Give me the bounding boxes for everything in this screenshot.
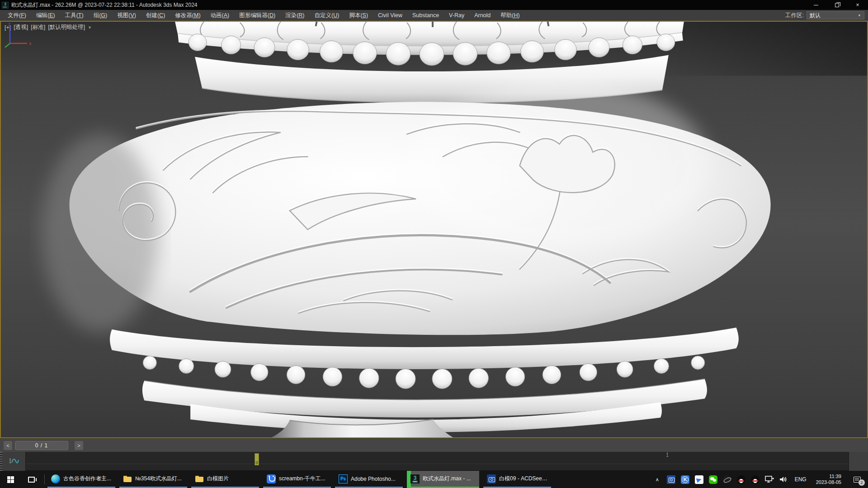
taskbar-divider [44, 474, 45, 484]
edge-browser-icon [51, 474, 60, 483]
menu-item[interactable]: 工具(T) [60, 10, 89, 21]
clock-time: 11:39 [816, 474, 841, 479]
wechat-icon [709, 475, 717, 484]
start-button[interactable] [0, 471, 21, 488]
notification-badge: 2 [859, 479, 865, 486]
tray-k-app[interactable]: K [680, 471, 691, 488]
chevron-down-icon: ▼ [858, 14, 861, 18]
taskbar-app-photoshop[interactable]: Ps Adobe Photosho... [335, 471, 403, 488]
menu-item[interactable]: 动画(A) [206, 10, 235, 21]
menu-item[interactable]: 组(G) [89, 10, 113, 21]
workspace-value: 默认 [810, 12, 821, 19]
ring-planet-app-icon [723, 475, 731, 484]
tray-expand-button[interactable]: ∧ [652, 471, 663, 488]
menu-item[interactable]: 视图(V) [112, 10, 141, 21]
svg-text:x: x [29, 41, 32, 46]
menu-item[interactable]: 修改器(M) [170, 10, 205, 21]
taskbar-app-acdsee[interactable]: 白模09 - ACDSee ... [483, 471, 551, 488]
next-frame-button[interactable]: > [75, 441, 83, 450]
perspective-viewport[interactable]: [+] [透视] [标准] [默认明暗处理] ▼ z x [0, 21, 868, 438]
minimize-button[interactable] [806, 0, 826, 10]
menu-item[interactable]: 帮助(H) [495, 10, 524, 21]
windows-taskbar: 古色谷香创作者主... №354欧式水晶灯... 白模图片 screambn-千… [0, 471, 868, 488]
mini-curve-editor-button[interactable] [2, 452, 26, 471]
track-bar-row: 0 1 [0, 452, 868, 471]
track-bar-line [26, 464, 849, 464]
language-indicator[interactable]: ENG [792, 476, 809, 483]
tray-volume[interactable] [778, 471, 789, 488]
menu-item[interactable]: 自定义(U) [310, 10, 344, 21]
3dsmax-app-icon: 3MAX [2, 2, 9, 9]
speaker-icon [779, 475, 788, 483]
action-center-button[interactable]: 2 [848, 471, 866, 488]
taskbar-clock[interactable]: 11:39 2023-08-05 [812, 474, 845, 485]
current-frame-display[interactable]: 0 / 1 [15, 441, 68, 450]
menu-item[interactable]: 文件(F) [3, 10, 31, 21]
qq-icon [751, 475, 760, 484]
3dsmax-taskbar-icon: 3MAX [410, 474, 420, 483]
tray-plane-app[interactable] [694, 471, 705, 488]
time-slider-row: < 0 / 1 > [0, 438, 868, 452]
frame-tick-1: 1 [665, 453, 670, 458]
menu-item[interactable]: Substance [407, 10, 444, 21]
windows-logo-icon [7, 476, 14, 483]
track-bar[interactable]: 0 1 [26, 452, 849, 471]
qq-icon [737, 475, 745, 484]
menu-item[interactable]: 渲染(R) [280, 10, 309, 21]
tray-qq-1[interactable] [736, 471, 747, 488]
system-tray: ∧ K ENG 11:39 2023-08-05 [652, 471, 868, 488]
menu-bar: 文件(F)编辑(E)工具(T)组(G)视图(V)创建(C)修改器(M)动画(A)… [0, 10, 868, 21]
workspace-select[interactable]: 默认 ▼ [807, 11, 864, 19]
window-controls: × [806, 0, 868, 10]
tray-network[interactable] [764, 471, 775, 488]
svg-text:z: z [8, 22, 11, 27]
restore-icon [835, 3, 839, 7]
previous-frame-button[interactable]: < [4, 441, 12, 450]
tray-wechat[interactable] [708, 471, 719, 488]
title-bar: 3MAX 欧式水晶灯.max - 262.26M @ 2023-07-22 22… [0, 0, 868, 10]
k-app-icon: K [681, 475, 689, 484]
chevron-up-icon: ∧ [656, 477, 659, 483]
paper-plane-app-icon [695, 475, 703, 484]
curve-editor-icon [9, 457, 19, 465]
restore-button[interactable] [826, 0, 847, 10]
tray-ring-app[interactable] [722, 471, 733, 488]
window-title: 欧式水晶灯.max - 262.26M @ 2023-07-22 22:38:1… [11, 1, 198, 9]
taskbar-app-folder-354[interactable]: №354欧式水晶灯... [119, 471, 187, 488]
tray-qq-2[interactable] [750, 471, 761, 488]
taskbar-app-edge[interactable]: 古色谷香创作者主... [47, 471, 115, 488]
close-button[interactable]: × [847, 0, 868, 10]
qianniu-icon [267, 474, 276, 483]
minimize-icon [814, 5, 818, 5]
menu-items: 文件(F)编辑(E)工具(T)组(G)视图(V)创建(C)修改器(M)动画(A)… [0, 10, 525, 21]
trackbar-right-panel [849, 452, 868, 471]
acdsee-icon [487, 474, 496, 483]
folder-icon [195, 474, 204, 483]
photoshop-icon: Ps [339, 474, 348, 483]
menu-item[interactable]: Arnold [469, 10, 495, 21]
menu-item[interactable]: Civil View [373, 10, 407, 21]
clock-date: 2023-08-05 [816, 479, 841, 485]
menu-item[interactable]: 图形编辑器(D) [234, 10, 280, 21]
workspace-label: 工作区: [785, 12, 804, 19]
tray-acdsee[interactable] [666, 471, 677, 488]
menu-item[interactable]: 编辑(E) [31, 10, 60, 21]
time-slider-marker[interactable]: 0 [255, 453, 259, 465]
menu-item[interactable]: V-Ray [444, 10, 469, 21]
taskbar-app-folder-baimo[interactable]: 白模图片 [191, 471, 259, 488]
taskbar-app-qianniu[interactable]: screambn-千牛工... [263, 471, 331, 488]
menu-item[interactable]: 创建(C) [141, 10, 170, 21]
close-icon: × [856, 2, 859, 8]
acdsee-tray-icon [667, 475, 675, 484]
world-axis-gizmo: z x [1, 22, 867, 437]
menu-item[interactable]: 脚本(S) [344, 10, 373, 21]
folder-icon [123, 474, 132, 483]
taskbar-app-3dsmax[interactable]: 3MAX 欧式水晶灯.max - ... [407, 471, 479, 488]
task-view-icon [28, 477, 35, 483]
task-view-button[interactable] [21, 471, 42, 488]
workspace-area: 工作区: 默认 ▼ [785, 11, 868, 19]
network-display-icon [764, 475, 774, 483]
